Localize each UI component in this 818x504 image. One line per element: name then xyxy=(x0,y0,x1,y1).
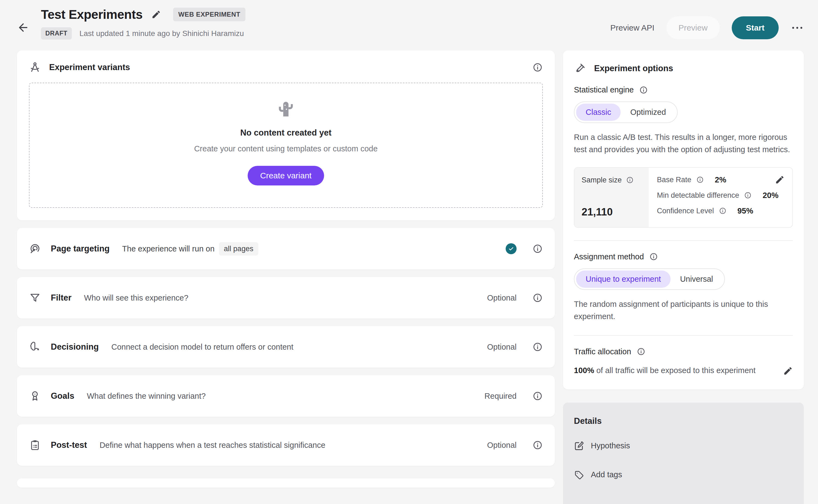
sample-size-info-button[interactable] xyxy=(626,176,634,184)
goals-info-button[interactable] xyxy=(532,391,543,401)
row-description: The experience will run on xyxy=(122,244,215,253)
traffic-allocation-section: Traffic allocation 100% of all traffic w… xyxy=(574,336,793,376)
status-badge: DRAFT xyxy=(41,27,72,40)
details-card: Details Hypothesis Add tags xyxy=(563,403,804,504)
traffic-allocation-info-button[interactable] xyxy=(637,347,646,356)
left-column: Experiment variants No content created y… xyxy=(17,50,555,488)
target-cursor-icon xyxy=(29,243,41,255)
page-title: Test Experiments xyxy=(41,7,142,22)
info-icon xyxy=(626,176,634,184)
test-tube-icon xyxy=(574,62,586,74)
check-icon xyxy=(508,245,514,252)
metric-row: Confidence Level 95% xyxy=(657,206,784,215)
experiment-type-badge: WEB EXPERIMENT xyxy=(173,8,246,21)
metric-label: Base Rate xyxy=(657,176,691,184)
row-title: Filter xyxy=(51,293,71,303)
row-description: Connect a decision model to return offer… xyxy=(111,343,294,352)
assignment-method-toggle: Unique to experiment Universal xyxy=(574,268,725,290)
start-button[interactable]: Start xyxy=(732,16,779,39)
toggle-option-classic[interactable]: Classic xyxy=(576,104,621,121)
page-targeting-row[interactable]: Page targeting The experience will run o… xyxy=(17,228,555,269)
info-icon xyxy=(532,342,543,352)
content: Experiment variants No content created y… xyxy=(0,40,818,504)
right-column: Experiment options Statistical engine Cl… xyxy=(563,50,804,504)
edit-traffic-allocation-button[interactable] xyxy=(783,366,793,376)
sample-size-label: Sample size xyxy=(581,176,622,184)
toggle-option-unique[interactable]: Unique to experiment xyxy=(576,271,671,288)
ellipsis-icon xyxy=(791,21,804,34)
more-menu-button[interactable] xyxy=(791,21,804,34)
preview-button[interactable]: Preview xyxy=(667,16,720,39)
info-icon xyxy=(532,440,543,450)
row-title: Post-test xyxy=(51,440,87,450)
assignment-method-info-button[interactable] xyxy=(649,252,658,261)
hypothesis-item[interactable]: Hypothesis xyxy=(574,441,630,451)
row-status: Optional xyxy=(487,343,516,352)
metric-label: Min detectable difference xyxy=(657,191,739,200)
filter-row[interactable]: Filter Who will see this experience? Opt… xyxy=(17,277,555,319)
brain-arrow-icon xyxy=(29,341,41,353)
assignment-method-section: Assignment method Unique to experiment U… xyxy=(574,241,793,323)
edit-sample-size-button[interactable] xyxy=(775,175,785,185)
metric-value: 95% xyxy=(738,206,753,215)
funnel-icon xyxy=(29,292,41,304)
pencil-icon xyxy=(783,366,793,376)
info-icon xyxy=(532,244,543,254)
statistical-engine-toggle: Classic Optimized xyxy=(574,101,678,123)
statistical-engine-description: Run a classic A/B test. This results in … xyxy=(574,131,793,156)
preview-api-button[interactable]: Preview API xyxy=(610,23,655,32)
variants-card-title: Experiment variants xyxy=(49,62,130,72)
pencil-icon xyxy=(775,175,785,185)
traffic-allocation-label: Traffic allocation xyxy=(574,347,631,356)
title-block: Test Experiments WEB EXPERIMENT DRAFT La… xyxy=(41,7,246,40)
add-tags-item[interactable]: Add tags xyxy=(574,470,622,480)
cactus-icon xyxy=(277,100,295,119)
filter-info-button[interactable] xyxy=(532,293,543,303)
page-targeting-info-button[interactable] xyxy=(532,244,543,254)
experiment-options-card: Experiment options Statistical engine Cl… xyxy=(563,50,804,389)
row-description: Define what happens when a test reaches … xyxy=(100,441,326,450)
variants-info-button[interactable] xyxy=(532,62,543,73)
info-icon xyxy=(719,207,727,215)
top-bar: Test Experiments WEB EXPERIMENT DRAFT La… xyxy=(0,0,818,40)
statistical-engine-info-button[interactable] xyxy=(639,86,648,94)
options-card-title: Experiment options xyxy=(594,64,673,73)
info-icon xyxy=(744,191,752,199)
row-status: Optional xyxy=(487,441,516,450)
post-test-info-button[interactable] xyxy=(532,440,543,450)
info-icon xyxy=(639,86,648,94)
info-icon xyxy=(637,347,646,356)
decisioning-row[interactable]: Decisioning Connect a decision model to … xyxy=(17,326,555,368)
complete-check-badge xyxy=(506,243,516,254)
sample-size-cell: Sample size 21,110 xyxy=(574,168,649,227)
statistical-engine-label: Statistical engine xyxy=(574,85,634,94)
traffic-percentage: 100% xyxy=(574,366,594,375)
info-icon xyxy=(696,176,704,184)
edit-title-button[interactable] xyxy=(151,10,161,19)
decisioning-info-button[interactable] xyxy=(532,342,543,352)
all-pages-chip: all pages xyxy=(219,242,258,256)
next-section-card-partial xyxy=(17,478,555,488)
toggle-option-optimized[interactable]: Optimized xyxy=(621,104,676,121)
info-icon xyxy=(649,252,658,261)
metric-value: 20% xyxy=(763,191,778,200)
base-rate-info-button[interactable] xyxy=(696,176,704,184)
pencil-square-icon xyxy=(574,441,584,451)
goals-row[interactable]: Goals What defines the winning variant? … xyxy=(17,375,555,417)
metric-value: 2% xyxy=(715,175,726,184)
details-title: Details xyxy=(574,416,793,426)
post-test-row[interactable]: Post-test Define what happens when a tes… xyxy=(17,424,555,466)
toggle-option-universal[interactable]: Universal xyxy=(671,271,723,288)
row-status: Optional xyxy=(487,293,516,302)
add-tags-label: Add tags xyxy=(591,470,622,479)
clipboard-icon xyxy=(29,439,41,451)
create-variant-button[interactable]: Create variant xyxy=(248,166,324,185)
assignment-method-label: Assignment method xyxy=(574,252,644,261)
min-detectable-info-button[interactable] xyxy=(744,191,752,199)
row-title: Goals xyxy=(51,391,74,401)
tag-icon xyxy=(574,470,584,480)
back-button[interactable] xyxy=(17,21,29,34)
sample-size-value: 21,110 xyxy=(581,206,642,218)
row-title: Decisioning xyxy=(51,342,99,352)
confidence-level-info-button[interactable] xyxy=(719,207,727,215)
